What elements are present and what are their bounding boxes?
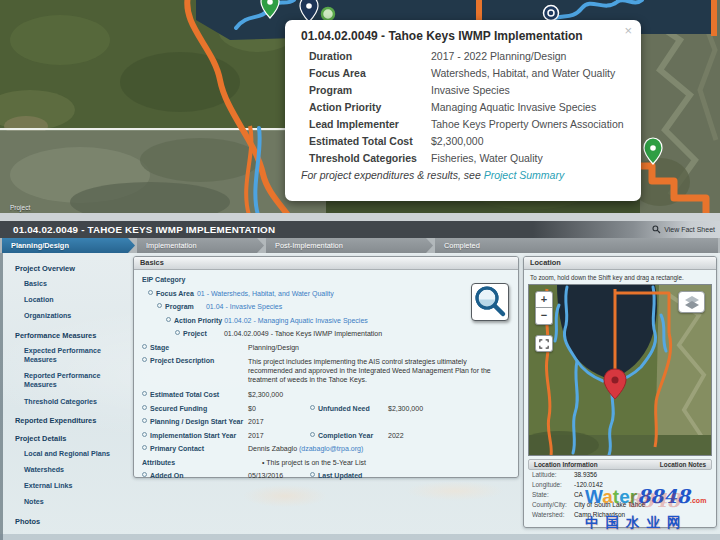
latitude-field: Latitude: 38.9356 [528,470,712,480]
breadcrumb: Project [10,204,30,211]
map-marker-navy-circle[interactable] [544,6,559,21]
location-panel: Location To zoom, hold down the Shift ke… [523,256,717,528]
close-icon[interactable]: × [624,24,632,37]
zoom-to-project-button[interactable] [471,283,509,321]
sidebar-item-notes[interactable]: Notes [24,498,120,507]
info-icon [310,405,315,410]
app-screen: Project × 01.04.02.0049 - Tahoe Keys IWM… [0,0,720,540]
fullscreen-icon [539,339,549,349]
watershed-field: Watershed: Camp Richardson [528,510,712,520]
view-fact-sheet-button[interactable]: View Fact Sheet [652,221,715,238]
info-icon [142,472,147,477]
info-icon [142,418,147,423]
basics-panel-header: Basics [134,257,518,270]
location-panel-header: Location [524,257,716,270]
map-marker-green-circle[interactable] [322,8,334,20]
focus-area-link[interactable]: 01 - Watersheds, Habitat, and Water Qual… [197,290,334,297]
program-row: Program 01.04 - Invasive Species [157,303,510,312]
info-icon [142,405,147,410]
info-icon [142,344,147,349]
popup-title: 01.04.02.0049 - Tahoe Keys IWMP Implemen… [301,29,627,43]
project-title-bar: 01.04.02.0049 - TAHOE KEYS IWMP IMPLEMEN… [0,221,720,238]
sidebar-item-basics[interactable]: Basics [24,280,120,289]
info-icon [148,290,153,295]
sidebar-item-local-regional-plans[interactable]: Local and Regional Plans [24,450,120,459]
project-row: Project 01.04.02.0049 - Tahoe Keys IWMP … [175,330,510,339]
sidebar-item-location[interactable]: Location [24,296,120,305]
info-icon [157,303,162,308]
popup-row: Focus Area Watersheds, Habitat, and Wate… [309,67,627,79]
contact-email-link[interactable]: (dzabaglo@trpa.org) [299,445,363,452]
magnifier-icon [472,284,508,320]
sidebar-item-reported-performance-measures[interactable]: Reported Performance Measures [24,372,120,390]
sidebar-item-photos[interactable]: Photos [15,517,133,526]
basics-panel-body: EIP Category Focus Area 01 - Watersheds,… [134,270,518,490]
popup-row: Threshold Categories Fisheries, Water Qu… [309,152,627,164]
state-field: State: CA [528,490,712,500]
action-priority-row: Action Priority 01.04.02 - Managing Aqua… [166,317,510,326]
planning-design-start-year-row: Planning / Design Start Year 2017 [142,418,510,427]
tab-post-implementation[interactable]: Post-Implementation [266,238,433,253]
estimated-total-cost-row: Estimated Total Cost $2,300,000 [142,391,510,400]
popup-row: Lead Implementer Tahoe Keys Property Own… [309,118,627,130]
funding-row: Secured Funding $0 Unfunded Need $2,300,… [142,405,510,414]
tab-planning-design[interactable]: Planning/Design [2,238,135,253]
zoom-in-button[interactable]: + [535,291,553,308]
page-title: 01.04.02.0049 - TAHOE KEYS IWMP IMPLEMEN… [0,221,720,238]
attributes-row: Attributes • This project is on the 5-Ye… [142,459,510,468]
action-priority-link[interactable]: 01.04.02 - Managing Aquatic Invasive Spe… [224,317,368,324]
sidebar-item-project-details[interactable]: Project Details [15,434,133,443]
sidebar-item-performance-measures[interactable]: Performance Measures [15,331,133,340]
info-icon [175,330,180,335]
info-icon [166,317,171,322]
focus-area-row: Focus Area 01 - Watersheds, Habitat, and… [148,290,510,299]
project-description-row: Project Description This project include… [142,357,510,384]
added-on-row: Added On 05/13/2016 Last Updated [142,472,510,481]
basics-panel: Basics EIP Category Focus Area 01 - Wate… [133,256,519,478]
map-popup: × 01.04.02.0049 - Tahoe Keys IWMP Implem… [285,20,641,201]
info-icon [310,472,315,477]
info-icon [142,445,147,450]
location-panel-body: To zoom, hold down the Shift key and dra… [524,270,716,523]
layer-switcher-button[interactable] [678,291,705,313]
sidebar-item-expected-performance-measures[interactable]: Expected Performance Measures [24,347,120,365]
info-icon [142,391,147,396]
location-mini-map[interactable]: + − [528,284,712,456]
implementation-year-row: Implementation Start Year 2017 Completio… [142,432,510,441]
sidebar-nav: Project Overview Basics Location Organiz… [3,255,133,538]
sidebar-item-watersheds[interactable]: Watersheds [24,466,120,475]
layers-icon [683,295,701,310]
location-info-bar: Location Information Location Notes [528,459,712,470]
sidebar-item-organizations[interactable]: Organizations [24,312,120,321]
sidebar-item-external-links[interactable]: External Links [24,482,120,491]
eip-category-row: EIP Category [142,276,510,285]
stage-row: Stage Planning/Design [142,344,510,353]
popup-row: Estimated Total Cost $2,300,000 [309,135,627,147]
popup-row: Duration 2017 - 2022 Planning/Design [309,50,627,62]
info-icon [142,432,147,437]
stage-tab-bar: Planning/Design Implementation Post-Impl… [0,238,720,253]
popup-row: Program Invasive Species [309,84,627,96]
primary-contact-row: Primary Contact Dennis Zabaglo (dzabaglo… [142,445,510,454]
location-notes-header: Location Notes [660,460,706,469]
sidebar-item-reported-expenditures[interactable]: Reported Expenditures [15,416,133,425]
fullscreen-button[interactable] [535,335,553,352]
program-link[interactable]: 01.04 - Invasive Species [206,303,282,310]
location-information-header: Location Information [534,460,598,469]
sidebar-item-project-overview[interactable]: Project Overview [15,264,133,273]
project-summary-link[interactable]: Project Summary [484,169,565,181]
search-icon [652,225,661,234]
zoom-out-button[interactable]: − [535,308,553,325]
info-icon [310,432,315,437]
county-city-field: County/City: City of South Lake Tahoe [528,500,712,510]
sidebar-item-threshold-categories[interactable]: Threshold Categories [24,398,120,407]
popup-row: Action Priority Managing Aquatic Invasiv… [309,101,627,113]
map-zoom-hint: To zoom, hold down the Shift key and dra… [530,274,712,281]
tab-completed[interactable]: Completed [435,238,718,253]
longitude-field: Longitude: -120.0142 [528,480,712,490]
popup-footer: For project expenditures & results, see … [301,169,627,181]
tab-implementation[interactable]: Implementation [137,238,264,253]
info-icon [142,357,147,362]
